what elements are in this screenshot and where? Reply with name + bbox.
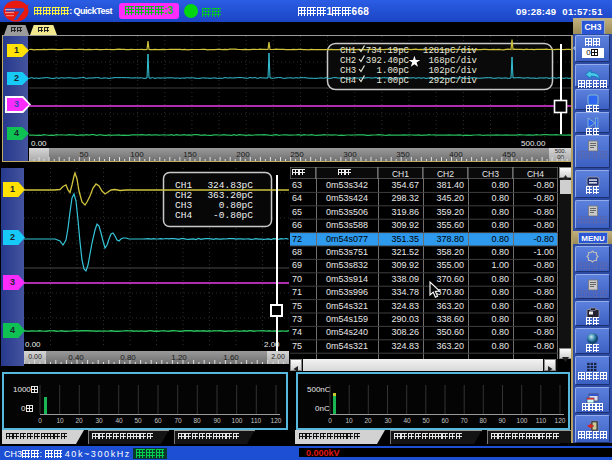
svg-text:1281pC/div: 1281pC/div xyxy=(423,46,478,56)
svg-text:734.19pC: 734.19pC xyxy=(366,46,410,56)
svg-text:CH4: CH4 xyxy=(175,210,192,221)
svg-text:CH4: CH4 xyxy=(340,76,356,86)
svg-text:392.40pC: 392.40pC xyxy=(366,56,410,66)
svg-text:292pC/div: 292pC/div xyxy=(428,76,477,86)
svg-text:1.00pC: 1.00pC xyxy=(377,76,410,86)
svg-text:168pC/div: 168pC/div xyxy=(428,56,477,66)
svg-text:CH1: CH1 xyxy=(340,46,356,56)
svg-text:CH3: CH3 xyxy=(340,66,356,76)
svg-text:102pC/div: 102pC/div xyxy=(428,66,477,76)
svg-text:-0.80pC: -0.80pC xyxy=(213,210,253,221)
svg-text:1.00pC: 1.00pC xyxy=(377,66,410,76)
svg-text:CH2: CH2 xyxy=(340,56,356,66)
